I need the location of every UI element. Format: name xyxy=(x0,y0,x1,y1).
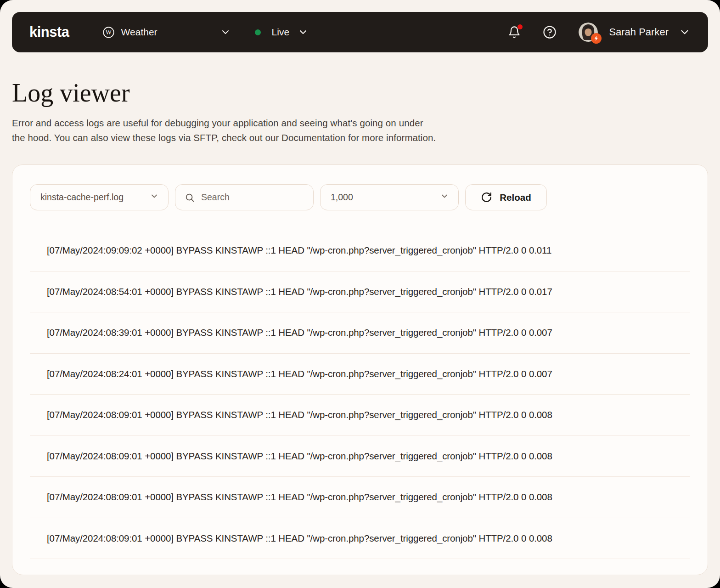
chevron-down-icon xyxy=(150,192,159,203)
log-controls: kinsta-cache-perf.log 1,000 xyxy=(30,184,690,210)
chevron-down-icon xyxy=(440,192,449,203)
search-input[interactable] xyxy=(201,192,305,203)
kinsta-logo[interactable]: kinsta xyxy=(29,24,69,40)
log-line: [07/May/2024:08:54:01 +0000] BYPASS KINS… xyxy=(47,286,552,297)
chevron-down-icon xyxy=(679,26,691,38)
live-status-dot xyxy=(255,29,261,35)
log-line: [07/May/2024:08:24:01 +0000] BYPASS KINS… xyxy=(47,368,552,379)
page-description: Error and access logs are useful for deb… xyxy=(12,116,436,145)
reload-button[interactable]: Reload xyxy=(465,184,547,210)
help-button[interactable] xyxy=(543,25,557,39)
log-row[interactable]: [07/May/2024:08:09:01 +0000] BYPASS KINS… xyxy=(30,477,690,518)
log-row[interactable]: [07/May/2024:08:54:01 +0000] BYPASS KINS… xyxy=(30,271,690,313)
notifications-button[interactable] xyxy=(508,26,521,39)
line-count-select-value: 1,000 xyxy=(331,192,440,203)
search-field xyxy=(175,184,314,210)
log-row[interactable]: [07/May/2024:08:09:01 +0000] BYPASS KINS… xyxy=(30,395,690,436)
page-description-line1: Error and access logs are useful for deb… xyxy=(12,118,423,128)
notification-badge-dot xyxy=(518,24,523,29)
avatar xyxy=(579,23,598,42)
help-icon xyxy=(543,25,557,39)
environment-selector-dropdown[interactable]: Live xyxy=(255,27,309,38)
top-navbar: kinsta W Weather Live xyxy=(12,12,708,52)
log-row[interactable]: [07/May/2024:08:09:01 +0000] BYPASS KINS… xyxy=(30,436,690,477)
log-line: [07/May/2024:08:09:01 +0000] BYPASS KINS… xyxy=(47,409,552,420)
log-line: [07/May/2024:08:09:01 +0000] BYPASS KINS… xyxy=(47,451,552,462)
page-title: Log viewer xyxy=(12,78,130,107)
log-row[interactable]: [07/May/2024:08:09:01 +0000] BYPASS KINS… xyxy=(30,518,690,560)
log-viewer-card: kinsta-cache-perf.log 1,000 xyxy=(12,164,708,575)
log-line: [07/May/2024:09:09:02 +0000] BYPASS KINS… xyxy=(47,245,551,256)
search-icon xyxy=(185,192,195,203)
log-file-select[interactable]: kinsta-cache-perf.log xyxy=(30,184,169,210)
reload-icon xyxy=(481,192,492,203)
log-list: [07/May/2024:09:09:02 +0000] BYPASS KINS… xyxy=(30,230,690,559)
chevron-down-icon xyxy=(220,27,231,38)
log-row[interactable]: [07/May/2024:09:09:02 +0000] BYPASS KINS… xyxy=(30,230,690,271)
log-row[interactable]: [07/May/2024:08:39:01 +0000] BYPASS KINS… xyxy=(30,312,690,354)
log-line: [07/May/2024:08:39:01 +0000] BYPASS KINS… xyxy=(47,327,552,338)
page-background: kinsta W Weather Live xyxy=(0,0,720,588)
log-file-select-value: kinsta-cache-perf.log xyxy=(40,192,150,203)
log-line: [07/May/2024:08:09:01 +0000] BYPASS KINS… xyxy=(47,533,552,544)
environment-label: Live xyxy=(272,27,290,38)
lightning-badge-icon xyxy=(591,33,602,44)
page-description-line2: the hood. You can also view these logs v… xyxy=(12,132,436,143)
reload-button-label: Reload xyxy=(500,192,531,203)
site-selector-label: Weather xyxy=(121,27,220,38)
svg-text:W: W xyxy=(105,28,112,36)
log-line: [07/May/2024:08:09:01 +0000] BYPASS KINS… xyxy=(47,492,552,503)
line-count-select[interactable]: 1,000 xyxy=(320,184,459,210)
site-selector-dropdown[interactable]: W Weather xyxy=(102,26,231,39)
user-menu[interactable]: Sarah Parker xyxy=(579,23,691,42)
user-name: Sarah Parker xyxy=(609,26,669,38)
wordpress-icon: W xyxy=(102,26,115,39)
log-row[interactable]: [07/May/2024:08:24:01 +0000] BYPASS KINS… xyxy=(30,354,690,395)
chevron-down-icon xyxy=(298,27,309,38)
